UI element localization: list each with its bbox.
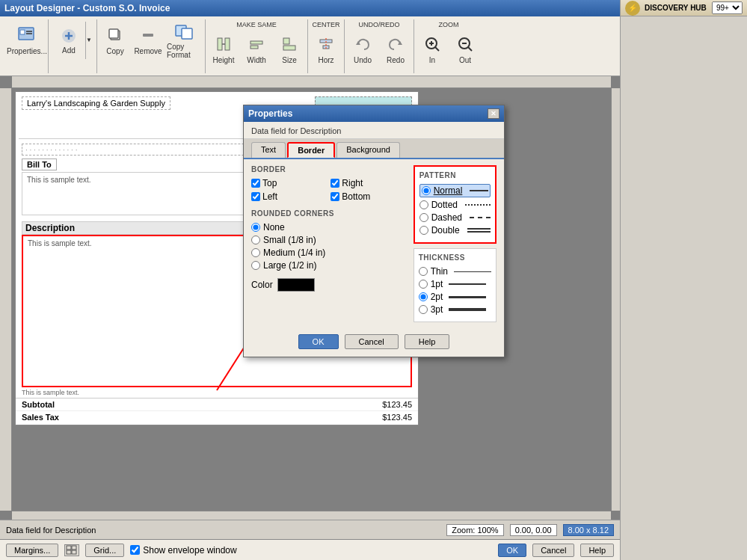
bottom-ok-button[interactable]: OK	[498, 544, 526, 557]
color-swatch[interactable]	[277, 278, 315, 292]
dialog-help-button[interactable]: Help	[405, 334, 450, 349]
border-left[interactable]: Left	[251, 191, 325, 202]
add-dropdown-arrow[interactable]: ▼	[86, 37, 92, 43]
thickness-2pt[interactable]: 2pt	[419, 292, 491, 302]
thickness-1pt[interactable]: 1pt	[419, 279, 491, 289]
svg-rect-9	[143, 34, 153, 37]
dialog-cancel-button[interactable]: Cancel	[345, 334, 399, 349]
copy-format-button[interactable]: Copy Format	[166, 21, 202, 60]
corner-small-radio[interactable]	[251, 236, 260, 244]
rounded-corners-title: ROUNDED CORNERS	[251, 209, 405, 218]
horz-button[interactable]: Horz	[311, 30, 341, 69]
border-left-checkbox[interactable]	[251, 192, 260, 201]
width-label: Width	[247, 56, 266, 64]
pattern-normal-line	[470, 190, 488, 191]
border-right[interactable]: Right	[331, 178, 404, 188]
show-envelope-label[interactable]: Show envelope window	[130, 545, 236, 556]
statusbar-bottom: Margins... Grid... Show envelope window …	[0, 539, 620, 560]
border-top[interactable]: Top	[251, 178, 325, 188]
status-text: Data field for Description	[6, 526, 440, 535]
properties-dialog[interactable]: Properties ✕ Data field for Description …	[243, 105, 505, 357]
thickness-thin-radio[interactable]	[419, 267, 428, 276]
svg-rect-16	[250, 46, 258, 49]
svg-line-27	[435, 47, 439, 51]
dialog-close-button[interactable]: ✕	[488, 108, 499, 119]
pattern-dashed[interactable]: Dashed	[419, 212, 491, 223]
properties-button[interactable]: Properties...	[9, 21, 45, 60]
discovery-hub-title: DISCOVERY HUB	[645, 4, 707, 12]
statusbar: Data field for Description Zoom: 100% 0.…	[0, 520, 620, 539]
copy-button[interactable]: Copy	[100, 21, 130, 60]
toolbar: Properties... Add ▼	[0, 16, 620, 76]
border-right-label: Right	[342, 178, 363, 188]
tab-background[interactable]: Background	[336, 142, 400, 158]
border-checkboxes: Top Right Left Bottom	[251, 178, 405, 202]
pattern-dashed-radio[interactable]	[419, 213, 428, 222]
copy-format-label: Copy Format	[167, 43, 201, 59]
ruler-horizontal	[12, 76, 611, 88]
dialog-title-text: Properties	[248, 108, 292, 119]
redo-button[interactable]: Redo	[381, 30, 411, 69]
svg-rect-17	[283, 38, 289, 44]
thickness-1pt-radio[interactable]	[419, 280, 428, 289]
svg-rect-32	[67, 546, 71, 550]
tab-border[interactable]: Border	[287, 142, 335, 158]
corner-none-radio[interactable]	[251, 223, 260, 232]
bottom-help-button[interactable]: Help	[580, 544, 614, 557]
copy-icon	[103, 25, 127, 46]
thickness-thin[interactable]: Thin	[419, 266, 491, 277]
pattern-normal[interactable]: Normal	[419, 184, 491, 197]
corner-large[interactable]: Large (1/2 in)	[251, 260, 405, 271]
width-button[interactable]: Width	[242, 30, 271, 69]
zoom-out-button[interactable]: Out	[450, 30, 480, 69]
thickness-thin-label: Thin	[431, 266, 448, 277]
thickness-3pt-radio[interactable]	[419, 305, 428, 314]
zoom-in-button[interactable]: In	[417, 30, 447, 69]
zoom-in-label: In	[429, 56, 435, 64]
add-icon	[57, 25, 81, 46]
grid-button[interactable]: Grid...	[85, 544, 124, 557]
corner-medium[interactable]: Medium (1/4 in)	[251, 247, 405, 258]
scrollbar-horizontal[interactable]	[12, 511, 611, 520]
show-envelope-checkbox[interactable]	[130, 545, 140, 555]
pattern-double-radio[interactable]	[419, 226, 428, 235]
dialog-ok-button[interactable]: OK	[298, 334, 339, 349]
color-label: Color	[251, 280, 273, 290]
thickness-2pt-radio[interactable]	[419, 292, 428, 301]
pattern-section: PATTERN Normal Dotted Dashed	[414, 165, 497, 244]
tab-text[interactable]: Text	[251, 142, 286, 158]
coords-display: 0.00, 0.00	[510, 524, 557, 536]
size-label: Size	[282, 56, 296, 64]
corner-small[interactable]: Small (1/8 in)	[251, 235, 405, 245]
pattern-dotted[interactable]: Dotted	[419, 200, 491, 210]
discovery-hub-icon: ⚡	[625, 1, 640, 16]
remove-button[interactable]: Remove	[133, 21, 163, 60]
discovery-hub: ⚡ DISCOVERY HUB 99+	[620, 0, 747, 560]
border-top-checkbox[interactable]	[251, 179, 260, 188]
pattern-dotted-line	[465, 204, 491, 206]
pattern-normal-radio[interactable]	[422, 186, 431, 195]
thickness-3pt[interactable]: 3pt	[419, 304, 491, 315]
border-bottom-checkbox[interactable]	[331, 192, 339, 201]
svg-rect-12	[218, 38, 222, 50]
margins-button[interactable]: Margins...	[6, 544, 58, 557]
border-right-checkbox[interactable]	[331, 179, 339, 188]
undo-button[interactable]: Undo	[348, 30, 378, 69]
border-bottom[interactable]: Bottom	[331, 191, 404, 202]
discovery-hub-dropdown[interactable]: 99+	[712, 1, 743, 14]
pattern-dotted-radio[interactable]	[419, 200, 428, 209]
corner-none[interactable]: None	[251, 222, 405, 233]
pattern-double[interactable]: Double	[419, 225, 491, 236]
border-left-label: Left	[262, 191, 277, 202]
scrollbar-vertical[interactable]	[611, 88, 620, 511]
size-icon	[277, 34, 301, 55]
corner-medium-radio[interactable]	[251, 248, 260, 257]
properties-label: Properties...	[7, 47, 47, 55]
corner-large-radio[interactable]	[251, 261, 260, 270]
bottom-sample-text: This is sample text.	[22, 389, 412, 396]
height-button[interactable]: Height	[209, 30, 239, 69]
bottom-cancel-button[interactable]: Cancel	[532, 544, 574, 557]
size-button[interactable]: Size	[274, 30, 304, 69]
border-bottom-label: Bottom	[342, 191, 370, 202]
add-button[interactable]: Add ▼	[52, 21, 93, 60]
